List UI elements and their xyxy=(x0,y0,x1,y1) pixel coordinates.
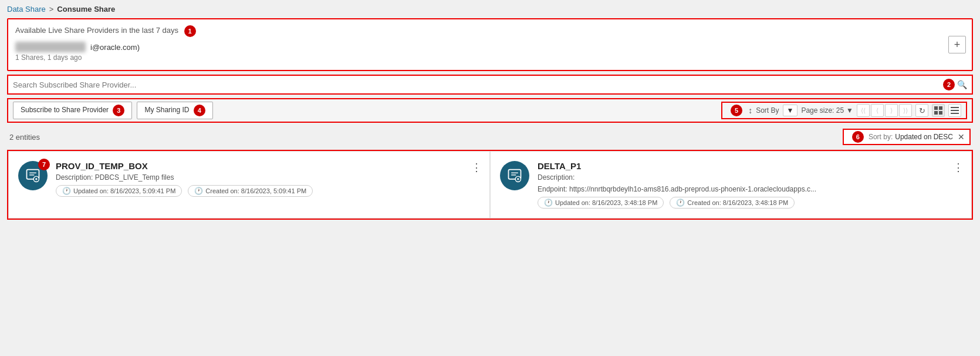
svg-rect-6 xyxy=(951,113,959,114)
search-input[interactable] xyxy=(13,80,941,89)
refresh-button[interactable]: ↻ xyxy=(915,104,928,117)
pagination-nav: ⟨⟨ ⟨ ⟩ ⟩⟩ xyxy=(857,104,912,117)
updated-chip-1: 🕐 Updated on: 8/16/2023, 5:09:41 PM xyxy=(56,185,182,197)
search-icon: 🔍 xyxy=(957,80,967,89)
table-row: 7 PROV_ID_TEMP_BOX Description: PDBCS_LI… xyxy=(8,151,490,219)
card-icon-1: 7 xyxy=(18,161,48,190)
breadcrumb-separator: > xyxy=(49,5,54,14)
table-row: DELTA_P1 Description: Endpoint: https://… xyxy=(490,151,972,219)
card-icon-2 xyxy=(500,161,529,190)
last-page-button[interactable]: ⟩⟩ xyxy=(899,104,912,117)
entities-row: 2 entities 6 Sort by: Updated on DESC ✕ xyxy=(7,126,973,147)
providers-title: Available Live Share Providers in the la… xyxy=(15,25,965,37)
card-description-1: Description: PDBCS_LIVE_Temp files xyxy=(56,173,480,182)
list-view-button[interactable] xyxy=(948,104,961,117)
add-provider-button[interactable]: + xyxy=(948,36,966,53)
providers-section: Available Live Share Providers in the la… xyxy=(7,18,973,71)
card-view-button[interactable] xyxy=(932,104,945,117)
sort-arrows-icon: ↕ xyxy=(748,106,752,115)
card-body-2: DELTA_P1 Description: Endpoint: https://… xyxy=(538,161,962,209)
card-meta-2: 🕐 Updated on: 8/16/2023, 3:48:18 PM 🕐 Cr… xyxy=(538,197,962,209)
updated-text-1: Updated on: 8/16/2023, 5:09:41 PM xyxy=(73,187,175,194)
subscribe-button[interactable]: Subscribe to Share Provider 3 xyxy=(13,102,132,119)
sort-dropdown-arrow: ▼ xyxy=(787,106,794,115)
provider-avatar xyxy=(15,42,86,52)
entities-count: 2 entities xyxy=(9,133,40,142)
card-title-2: DELTA_P1 xyxy=(538,161,962,171)
card-description-2: Description: xyxy=(538,173,962,182)
badge-2: 2 xyxy=(943,79,955,90)
badge-1: 1 xyxy=(184,25,196,37)
toolbar-section: Subscribe to Share Provider 3 My Sharing… xyxy=(7,98,973,123)
created-chip-1: 🕐 Created on: 8/16/2023, 5:09:41 PM xyxy=(188,185,313,197)
sort-tag-value: Updated on DESC xyxy=(895,133,953,141)
provider-row: i@oracle.com) xyxy=(15,42,965,52)
next-page-button[interactable]: ⟩ xyxy=(885,104,898,117)
badge-6: 6 xyxy=(852,131,864,143)
page-size-control: Page size: 25 ▼ xyxy=(801,106,853,115)
svg-rect-3 xyxy=(939,111,942,115)
created-text-2: Created on: 8/16/2023, 3:48:18 PM xyxy=(687,199,788,206)
sort-by-tag: 6 Sort by: Updated on DESC ✕ xyxy=(843,129,971,145)
card-body-1: PROV_ID_TEMP_BOX Description: PDBCS_LIVE… xyxy=(56,161,480,209)
provider-email: i@oracle.com) xyxy=(90,43,140,52)
clock-icon-2: 🕐 xyxy=(194,187,203,195)
toolbar-right: 5 ↕ Sort By ▼ Page size: 25 ▼ ⟨⟨ ⟨ ⟩ ⟩⟩ … xyxy=(721,102,967,119)
card-menu-button-2[interactable]: ⋮ xyxy=(953,161,964,174)
badge-5: 5 xyxy=(731,105,742,116)
sort-by-dropdown[interactable]: ▼ xyxy=(783,105,798,116)
card-title-1: PROV_ID_TEMP_BOX xyxy=(56,161,480,171)
card-meta-1: 🕐 Updated on: 8/16/2023, 5:09:41 PM 🕐 Cr… xyxy=(56,185,480,197)
badge-3: 3 xyxy=(113,105,124,116)
svg-rect-2 xyxy=(934,111,938,115)
updated-text-2: Updated on: 8/16/2023, 3:48:18 PM xyxy=(555,199,657,206)
badge-4: 4 xyxy=(194,105,205,116)
svg-rect-5 xyxy=(951,110,959,111)
created-text-1: Created on: 8/16/2023, 5:09:41 PM xyxy=(205,187,306,194)
provider-meta: 1 Shares, 1 days ago xyxy=(15,53,965,62)
sort-by-label: Sort By xyxy=(756,106,779,115)
breadcrumb-parent[interactable]: Data Share xyxy=(7,5,46,14)
svg-rect-1 xyxy=(939,106,942,110)
page-wrapper: Data Share > Consume Share Available Liv… xyxy=(0,0,980,227)
clock-icon-4: 🕐 xyxy=(676,199,685,207)
clock-icon-1: 🕐 xyxy=(62,187,71,195)
first-page-button[interactable]: ⟨⟨ xyxy=(857,104,870,117)
page-size-chevron[interactable]: ▼ xyxy=(846,106,853,115)
breadcrumb-current: Consume Share xyxy=(57,5,115,14)
breadcrumb: Data Share > Consume Share xyxy=(7,5,973,14)
search-section: 2 🔍 xyxy=(7,75,973,95)
cards-grid: 7 PROV_ID_TEMP_BOX Description: PDBCS_LI… xyxy=(8,151,972,219)
badge-7: 7 xyxy=(38,159,50,170)
sort-clear-button[interactable]: ✕ xyxy=(958,132,965,142)
created-chip-2: 🕐 Created on: 8/16/2023, 3:48:18 PM xyxy=(670,197,795,209)
cards-section: 7 PROV_ID_TEMP_BOX Description: PDBCS_LI… xyxy=(7,150,973,220)
prev-page-button[interactable]: ⟨ xyxy=(871,104,884,117)
sort-tag-label: Sort by: xyxy=(869,133,893,141)
updated-chip-2: 🕐 Updated on: 8/16/2023, 3:48:18 PM xyxy=(538,197,664,209)
card-menu-button-1[interactable]: ⋮ xyxy=(471,161,482,174)
clock-icon-3: 🕐 xyxy=(544,199,553,207)
svg-rect-0 xyxy=(934,106,938,110)
svg-rect-4 xyxy=(951,107,959,108)
card-endpoint-2: Endpoint: https://nnrtbqrbdeylh1o-ams816… xyxy=(538,185,860,193)
my-sharing-id-button[interactable]: My Sharing ID 4 xyxy=(137,102,212,119)
